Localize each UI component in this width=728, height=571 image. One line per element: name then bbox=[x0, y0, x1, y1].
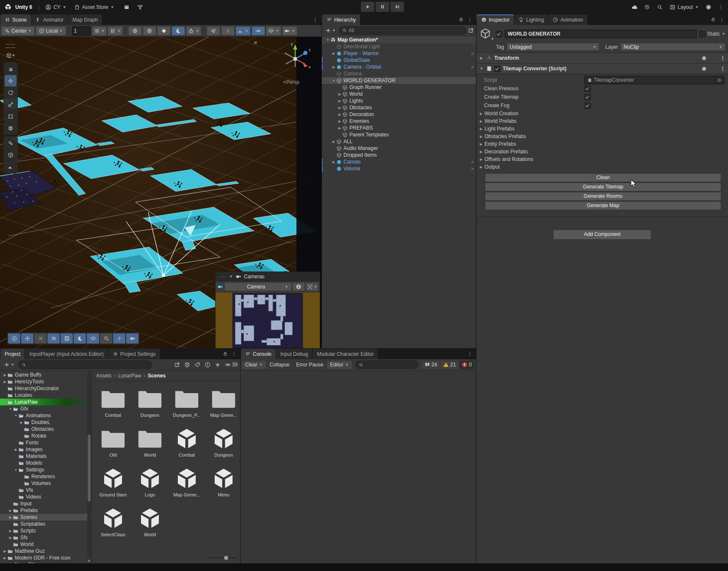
hierarchy-item-all[interactable]: ▶ALL bbox=[322, 138, 476, 145]
project-search-input[interactable] bbox=[18, 360, 152, 369]
folder-world[interactable]: World bbox=[0, 541, 91, 548]
debug-dropdown[interactable]: ▼ bbox=[186, 27, 201, 35]
hierarchy-item-lights[interactable]: ▶Lights bbox=[322, 97, 476, 104]
tree-arrow-icon[interactable]: ▶ bbox=[8, 516, 13, 519]
2d-toggle-button[interactable] bbox=[158, 27, 170, 35]
hierarchy-add-button[interactable]: ▼ bbox=[324, 26, 337, 35]
hierarchy-item-directional-light[interactable]: Directional Light bbox=[322, 43, 476, 50]
import-assets-icon[interactable] bbox=[184, 362, 190, 368]
wireframe-mode-button[interactable] bbox=[143, 27, 156, 35]
asset-scene-dungeon[interactable]: Dungeon bbox=[206, 427, 240, 457]
folder-prefabs[interactable]: ▶Prefabs bbox=[0, 507, 91, 514]
tab-inspector[interactable]: Inspector bbox=[477, 14, 514, 25]
scene-viewport[interactable]: ———— ▼ ≡ bbox=[0, 37, 321, 348]
cloud-icon[interactable] bbox=[631, 4, 637, 10]
tab-animator[interactable]: Animator bbox=[31, 14, 68, 25]
folder-images[interactable]: ▶Images bbox=[0, 446, 91, 453]
effects-off-button[interactable] bbox=[221, 27, 234, 35]
tree-arrow-icon[interactable]: ▶ bbox=[14, 448, 18, 452]
tab-scene[interactable]: Scene bbox=[0, 14, 31, 25]
hidden-count-toggle[interactable]: 39 bbox=[225, 362, 238, 368]
folder-videos[interactable]: Videos bbox=[0, 493, 91, 500]
children-chevron-icon[interactable]: > bbox=[471, 65, 473, 69]
play-button[interactable] bbox=[361, 2, 374, 12]
messages-toggle[interactable]: 24 bbox=[422, 361, 440, 369]
folder-modern-gdr-free-icon[interactable]: ▶Modern GDR - Free icon bbox=[0, 554, 91, 561]
camera-frame-button[interactable]: ▼ bbox=[306, 283, 318, 291]
snap-increment-dropdown[interactable]: ▼ bbox=[92, 27, 107, 35]
hierarchy-item-camera[interactable]: Camera bbox=[322, 70, 476, 77]
hierarchy-item-decoration[interactable]: ▶Decoration bbox=[322, 111, 476, 118]
transform-tool-button[interactable] bbox=[5, 122, 17, 134]
tree-arrow-icon[interactable]: ▼ bbox=[14, 414, 18, 418]
overlay-handle-icon[interactable]: ———— bbox=[6, 42, 16, 49]
pause-button[interactable] bbox=[376, 2, 389, 12]
children-chevron-icon[interactable]: > bbox=[471, 51, 473, 56]
add-component-button[interactable]: Add Component bbox=[553, 230, 651, 240]
hierarchy-item-enemies[interactable]: ▶Enemies bbox=[322, 118, 476, 125]
tree-arrow-icon[interactable]: ▶ bbox=[3, 380, 7, 384]
folder-namufx[interactable]: ▶NamuFX bbox=[0, 561, 91, 563]
grid-size-field[interactable]: 1 bbox=[72, 26, 91, 36]
tree-arrow-icon[interactable]: ▶ bbox=[8, 536, 13, 540]
generate-map-button[interactable]: Generate Map bbox=[485, 201, 721, 210]
folder-animations[interactable]: ▼Animations bbox=[0, 412, 91, 419]
tree-scrollbar[interactable] bbox=[87, 371, 91, 557]
folder-matthew-guz[interactable]: ▶Matthew Guz bbox=[0, 548, 91, 554]
checkbox-create-fog[interactable] bbox=[584, 103, 591, 109]
undo-history-icon[interactable] bbox=[644, 4, 650, 10]
hierarchy-item-audio-manager[interactable]: Audio Manager bbox=[322, 145, 476, 152]
folder-henrizytools[interactable]: ▶HenrizyTools bbox=[0, 378, 91, 385]
folder-obstacles[interactable]: Obstacles bbox=[0, 426, 91, 432]
expand-arrow-icon[interactable]: ▶ bbox=[337, 99, 342, 103]
folder-volumes[interactable]: Volumes bbox=[0, 480, 91, 487]
transform-component-header[interactable]: ▶ Transform ? ⋮ bbox=[476, 53, 728, 64]
package-manager-button[interactable] bbox=[124, 4, 130, 10]
breadcrumb-assets[interactable]: Assets bbox=[96, 373, 111, 379]
children-chevron-icon[interactable]: > bbox=[471, 166, 473, 171]
tab-modular-character-editor[interactable]: Modular Character Editor bbox=[313, 349, 378, 359]
cameras-overlay-button[interactable] bbox=[126, 333, 138, 344]
script-object-field[interactable]: TilemapConverter bbox=[584, 76, 725, 84]
orientation-dropdown[interactable]: Local▼ bbox=[36, 27, 66, 35]
hierarchy-item-player-warrior[interactable]: ▶Player - Warrior> bbox=[322, 50, 476, 57]
hierarchy-item-obstacles[interactable]: ▶Obstacles bbox=[322, 104, 476, 111]
tab-animation[interactable]: Animation bbox=[548, 14, 587, 25]
terrain-tool-button[interactable] bbox=[5, 161, 17, 172]
asset-scene-menu[interactable]: Menu bbox=[206, 467, 240, 497]
hierarchy-item-world-generator[interactable]: ▼WORLD GENERATOR bbox=[322, 77, 476, 84]
foldout-entity-prefabs[interactable]: ▶Entity Prefabs bbox=[476, 140, 725, 148]
snap-overlay-button[interactable] bbox=[113, 333, 125, 344]
asset-scene-ground-slam[interactable]: Ground Slam bbox=[95, 467, 131, 497]
foldout-world-creation[interactable]: ▶World Creation bbox=[476, 110, 725, 117]
foldout-light-prefabs[interactable]: ▶Light Prefabs bbox=[476, 125, 725, 133]
rect-tool-button[interactable] bbox=[5, 111, 17, 122]
pivot-dropdown[interactable]: Center▼ bbox=[2, 27, 34, 35]
label-filter-icon[interactable] bbox=[194, 362, 200, 368]
folder-scripts[interactable]: ▶Scripts bbox=[0, 527, 91, 534]
tab-inputplayer-input-actions-editor[interactable]: InputPlayer (Input Actions Editor) bbox=[25, 349, 108, 359]
component-preset-icon[interactable] bbox=[711, 55, 716, 61]
expand-arrow-icon[interactable]: ▶ bbox=[331, 52, 336, 55]
layer-dropdown[interactable]: NoClip▼ bbox=[620, 43, 725, 51]
expand-arrow-icon[interactable]: ▶ bbox=[337, 119, 342, 123]
expand-arrow-icon[interactable]: ▶ bbox=[337, 126, 342, 130]
component-help-icon[interactable]: ? bbox=[701, 55, 707, 61]
hierarchy-search-input[interactable]: All bbox=[339, 26, 466, 35]
lock-icon[interactable] bbox=[459, 17, 464, 22]
draw-mode-dropdown[interactable]: ▼ bbox=[4, 50, 18, 61]
folder-input[interactable]: Input bbox=[0, 500, 91, 507]
console-kebab-icon[interactable]: ⋮ bbox=[467, 351, 473, 357]
projection-label[interactable]: <Persp bbox=[283, 79, 299, 85]
asset-folder-dungeon-p[interactable]: Dungeon_P... bbox=[169, 387, 205, 418]
component-help-icon2[interactable]: ? bbox=[701, 66, 707, 72]
tree-scroll-down-icon[interactable]: ▼ bbox=[87, 559, 91, 563]
rotate-tool-button[interactable] bbox=[5, 87, 17, 98]
gameobject-name-field[interactable]: WORLD GENERATOR bbox=[505, 30, 697, 38]
open-in-search-icon[interactable] bbox=[174, 362, 180, 368]
folder-scenes[interactable]: ▶Scenes bbox=[0, 514, 91, 521]
checkbox-create-tilemap[interactable] bbox=[584, 94, 591, 100]
settings-overlay-button[interactable] bbox=[47, 333, 60, 344]
inspector-lock-icon[interactable] bbox=[711, 17, 716, 22]
children-chevron-icon[interactable]: > bbox=[471, 160, 473, 164]
